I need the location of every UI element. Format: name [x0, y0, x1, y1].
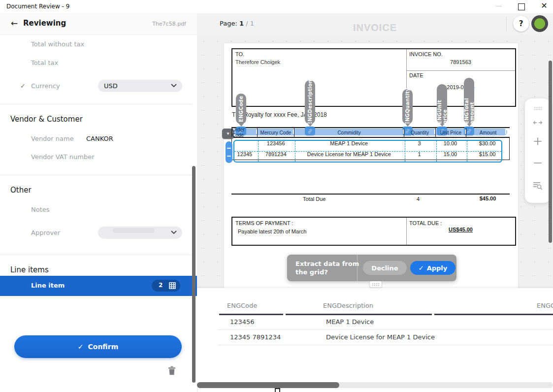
viewer-toolbar: [525, 98, 551, 203]
document-filename: The7c58.pdf: [152, 21, 186, 27]
decline-button[interactable]: Decline: [363, 261, 407, 275]
trash-icon[interactable]: [168, 366, 176, 375]
toolbar-drag-dots-icon[interactable]: [525, 103, 551, 113]
field-currency-label: Currency: [31, 82, 60, 90]
page-separator: /: [246, 20, 248, 27]
col-mercury-code: Mercury Code: [257, 128, 294, 137]
window-titlebar: Document Review - 9 — ✕: [0, 0, 553, 13]
section-vendor-customer: Vendor & Customer: [10, 115, 83, 124]
page-indicator: Page: 1 / 1: [220, 20, 254, 27]
col-commodity: Commidity: [294, 128, 404, 137]
apply-label: Apply: [427, 264, 448, 272]
sidebar-header: ← Reviewing The7c58.pdf: [0, 13, 197, 35]
window-title: Document Review - 9: [6, 3, 69, 10]
back-arrow-icon[interactable]: ←: [11, 18, 18, 28]
zoom-out-icon[interactable]: [525, 159, 551, 169]
tag-engquantity[interactable]: ENGQuantity: [402, 89, 413, 124]
confirm-check-icon: ✓: [78, 343, 84, 351]
user-avatar[interactable]: [531, 15, 548, 32]
zoom-in-icon[interactable]: [525, 137, 551, 148]
section-divider: [0, 255, 192, 255]
to-label: TO.: [235, 51, 244, 57]
field-vendor-vat[interactable]: Vendor VAT number: [31, 153, 95, 161]
extract-grid-popup: Extract data from the grid? Decline ✓ Ap…: [287, 255, 456, 281]
section-other: Other: [10, 186, 32, 195]
tag-engdescription[interactable]: ENGDescription: [305, 80, 315, 124]
vendor-name-value[interactable]: CANKOR: [86, 135, 113, 142]
maximize-icon[interactable]: [518, 3, 525, 10]
total-due-label[interactable]: Total Due: [303, 196, 325, 202]
col-order-code: Order Code: [231, 128, 257, 137]
confirm-button[interactable]: ✓ Confirm: [14, 335, 182, 358]
line-item-count: 2: [159, 282, 163, 289]
section-divider: [0, 175, 192, 175]
document-vertical-scrollbar[interactable]: [549, 61, 552, 243]
grid-col-engdescription[interactable]: ENGDescription: [323, 302, 373, 309]
grid-cell-code[interactable]: 12345 7891234: [230, 333, 281, 341]
currency-dropdown[interactable]: USD: [98, 80, 182, 92]
tag-engcode[interactable]: ENGCode: [236, 94, 246, 124]
invoice-no-value[interactable]: 7891563: [406, 59, 515, 65]
col-amount: Amount: [466, 128, 510, 137]
col-quantity: Quantity: [404, 128, 435, 137]
terms-value[interactable]: Payable latest 20th of March: [238, 229, 306, 234]
date-value[interactable]: 2019-03-25: [406, 84, 515, 90]
section-divider: [0, 104, 192, 104]
horizontal-scrollbar-thumb[interactable]: [197, 382, 339, 388]
field-total-tax[interactable]: Total tax: [31, 59, 58, 66]
col-unit-price: Unit Price: [435, 128, 466, 137]
confirm-label: Confirm: [88, 343, 119, 351]
line-item-row-selected[interactable]: Line item 2: [0, 276, 197, 296]
field-notes[interactable]: Notes: [31, 206, 50, 213]
terms-box: TERMS OF PAYMENT : Payable latest 20th o…: [231, 217, 516, 246]
tag-engtotal-amount[interactable]: ENGTotal amount: [464, 78, 474, 124]
grid-col-engq[interactable]: ENGQ: [537, 302, 553, 309]
header-divider: [506, 16, 507, 32]
section-line-items: Line items: [10, 265, 49, 274]
page-total: 1: [250, 20, 254, 27]
caret-down-icon: ▼: [226, 131, 230, 136]
review-sidebar: ← Reviewing The7c58.pdf Total without ta…: [0, 13, 197, 392]
total-due-box-value[interactable]: US$45.00: [406, 227, 515, 232]
avatar-status: [534, 18, 545, 29]
grid-cell-description[interactable]: Device License for MEAP 1 Device: [326, 333, 435, 341]
line-item-count-badge[interactable]: 2: [152, 280, 180, 292]
field-total-without-tax[interactable]: Total without tax: [31, 40, 84, 48]
total-due-amount[interactable]: $45.00: [466, 196, 510, 201]
help-button[interactable]: ?: [513, 16, 529, 32]
popup-question: Extract data from the grid?: [295, 260, 359, 276]
date-label: DATE: [409, 72, 423, 78]
approver-dropdown[interactable]: [98, 227, 182, 239]
minimize-icon[interactable]: —: [493, 2, 504, 9]
chevron-down-icon: [171, 84, 177, 88]
row-drag-handle[interactable]: [226, 141, 232, 163]
document-review-window: Document Review - 9 — ✕ ← Reviewing The7…: [0, 0, 553, 392]
invoice-page: TO. Therefore Choigek INVOICE NO. 789156…: [224, 43, 518, 288]
panel-drag-handle[interactable]: [370, 281, 382, 288]
sidebar-title: Reviewing: [23, 19, 66, 28]
line-item-label: Line item: [31, 282, 65, 289]
field-approver-label: Approver: [31, 229, 60, 236]
grid-icon: [169, 282, 176, 289]
total-due-qty[interactable]: 4: [412, 196, 424, 202]
extraction-grid-overlay[interactable]: ⋰: [233, 140, 502, 163]
currency-value: USD: [104, 82, 118, 90]
field-vendor-name-label: Vendor name: [31, 135, 74, 142]
grid-cell-code[interactable]: 123456: [230, 318, 255, 326]
currency-check-icon: ✓: [20, 82, 26, 90]
apply-button[interactable]: ✓ Apply: [410, 261, 455, 275]
grid-col-engcode[interactable]: ENGCode: [227, 302, 257, 309]
close-icon[interactable]: ✕: [539, 1, 550, 10]
invoice-table-header[interactable]: Order Code Mercury Code Commidity Quanti…: [231, 127, 510, 138]
grid-cell-description[interactable]: MEAP 1 Device: [326, 318, 374, 326]
fit-width-icon[interactable]: [525, 118, 551, 128]
tag-engunit-price[interactable]: ENGUnit price: [437, 84, 447, 124]
apply-check-icon: ✓: [419, 264, 424, 272]
sidebar-scrollbar[interactable]: [192, 166, 195, 383]
grid-resize-grip[interactable]: ⋰: [497, 157, 500, 161]
to-value[interactable]: Therefore Choigek: [235, 59, 280, 65]
invoice-no-label: INVOICE NO.: [409, 51, 443, 57]
approver-placeholder: [113, 228, 155, 233]
search-document-icon[interactable]: [525, 181, 551, 192]
render-artifact: [275, 388, 280, 392]
